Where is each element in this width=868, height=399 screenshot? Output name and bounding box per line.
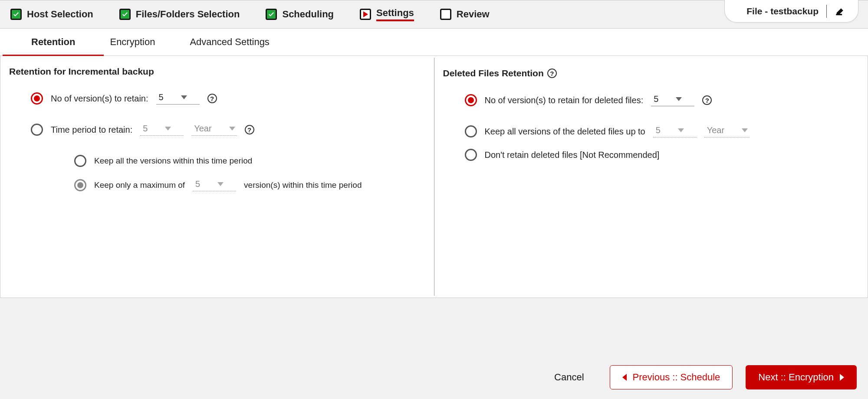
option-label: Don't retain deleted files [Not Recommen…	[485, 150, 660, 160]
step-label: Scheduling	[282, 9, 334, 20]
job-title: File - testbackup	[746, 6, 819, 16]
option-label: Time period to retain:	[51, 125, 132, 135]
chevron-down-icon	[678, 128, 684, 132]
option-deleted-versions: No of version(s) to retain for deleted f…	[465, 94, 859, 106]
tab-advanced-settings[interactable]: Advanced Settings	[190, 36, 269, 56]
chevron-right-icon	[840, 374, 844, 381]
help-icon[interactable]: ?	[207, 94, 217, 103]
play-icon	[360, 9, 371, 20]
option-versions-to-retain: No of version(s) to retain: 5 ?	[31, 92, 425, 105]
step-settings[interactable]: Settings	[360, 7, 414, 21]
wizard-footer: Cancel Previous :: Schedule Next :: Encr…	[0, 356, 868, 399]
svg-rect-0	[836, 14, 842, 15]
option-label: Keep all versions of the deleted files u…	[485, 127, 645, 137]
divider	[826, 5, 827, 18]
radio-time-period[interactable]	[31, 124, 43, 136]
select-value: 5	[143, 124, 148, 134]
option-label: Keep only a maximum of	[94, 180, 185, 190]
settings-subtabs: Retention Encryption Advanced Settings	[0, 29, 868, 56]
check-icon	[266, 9, 277, 20]
step-label: Host Selection	[27, 9, 93, 20]
previous-button[interactable]: Previous :: Schedule	[610, 365, 733, 389]
step-host-selection[interactable]: Host Selection	[10, 9, 93, 20]
select-deleted-time-value[interactable]: 5	[653, 125, 697, 137]
chevron-down-icon	[742, 128, 748, 132]
next-button[interactable]: Next :: Encryption	[746, 365, 857, 389]
step-label: Settings	[376, 7, 414, 21]
panel-title-text: Deleted Files Retention	[443, 68, 544, 78]
select-time-unit[interactable]: Year	[191, 124, 237, 136]
select-value: 5	[656, 125, 661, 135]
button-label: Previous :: Schedule	[633, 372, 720, 383]
step-label: Files/Folders Selection	[136, 9, 240, 20]
help-icon[interactable]: ?	[702, 95, 712, 105]
option-keep-all-versions: Keep all the versions within this time p…	[74, 155, 425, 167]
panel-title: Retention for Incremental backup	[9, 66, 425, 77]
help-icon[interactable]: ?	[245, 125, 254, 134]
select-value: 5	[159, 92, 164, 102]
option-label: Keep all the versions within this time p…	[94, 156, 252, 166]
tab-retention[interactable]: Retention	[31, 36, 75, 56]
chevron-down-icon	[229, 127, 235, 131]
retention-panel: Retention for Incremental backup No of v…	[0, 56, 868, 298]
radio-keep-all[interactable]	[74, 155, 86, 167]
radio-deleted-versions[interactable]	[465, 94, 477, 106]
button-label: Cancel	[554, 372, 584, 383]
tab-encryption[interactable]: Encryption	[110, 36, 155, 56]
incremental-retention-column: Retention for Incremental backup No of v…	[0, 56, 434, 298]
radio-dont-retain[interactable]	[465, 149, 477, 161]
select-deleted-versions-count[interactable]: 5	[651, 94, 694, 106]
cancel-button[interactable]: Cancel	[542, 365, 596, 389]
chevron-down-icon	[217, 182, 224, 186]
select-max-versions[interactable]: 5	[193, 179, 236, 191]
option-label: version(s) within this time period	[244, 180, 362, 190]
select-value: Year	[194, 124, 211, 134]
select-versions-count[interactable]: 5	[156, 92, 200, 105]
panel-title: Deleted Files Retention ?	[443, 68, 859, 78]
select-deleted-time-unit[interactable]: Year	[704, 125, 750, 137]
option-deleted-time-period: Keep all versions of the deleted files u…	[465, 125, 859, 137]
job-info-tab: File - testbackup	[724, 0, 858, 23]
edit-job-button[interactable]	[835, 6, 846, 17]
help-icon[interactable]: ?	[547, 69, 557, 78]
option-time-period: Time period to retain: 5 Year ?	[31, 124, 425, 136]
select-time-value[interactable]: 5	[140, 124, 184, 136]
radio-versions[interactable]	[31, 92, 43, 105]
option-dont-retain: Don't retain deleted files [Not Recommen…	[465, 149, 859, 161]
radio-keep-max[interactable]	[74, 179, 86, 191]
step-scheduling[interactable]: Scheduling	[266, 9, 334, 20]
deleted-retention-column: Deleted Files Retention ? No of version(…	[434, 58, 868, 296]
check-icon	[119, 9, 131, 20]
empty-icon	[440, 9, 451, 20]
select-value: 5	[195, 179, 200, 189]
button-label: Next :: Encryption	[758, 372, 834, 383]
chevron-down-icon	[165, 127, 171, 131]
select-value: 5	[654, 94, 658, 104]
check-icon	[10, 9, 22, 20]
step-review[interactable]: Review	[440, 9, 490, 20]
select-value: Year	[707, 125, 724, 135]
step-files-selection[interactable]: Files/Folders Selection	[119, 9, 240, 20]
chevron-down-icon	[676, 97, 682, 101]
option-label: No of version(s) to retain for deleted f…	[485, 95, 644, 105]
chevron-down-icon	[181, 95, 187, 99]
chevron-left-icon	[622, 374, 627, 381]
option-keep-max-versions: Keep only a maximum of 5 version(s) with…	[74, 179, 425, 191]
step-label: Review	[457, 9, 490, 20]
option-label: No of version(s) to retain:	[51, 94, 148, 104]
radio-deleted-time[interactable]	[465, 125, 477, 137]
edit-icon	[835, 7, 845, 16]
